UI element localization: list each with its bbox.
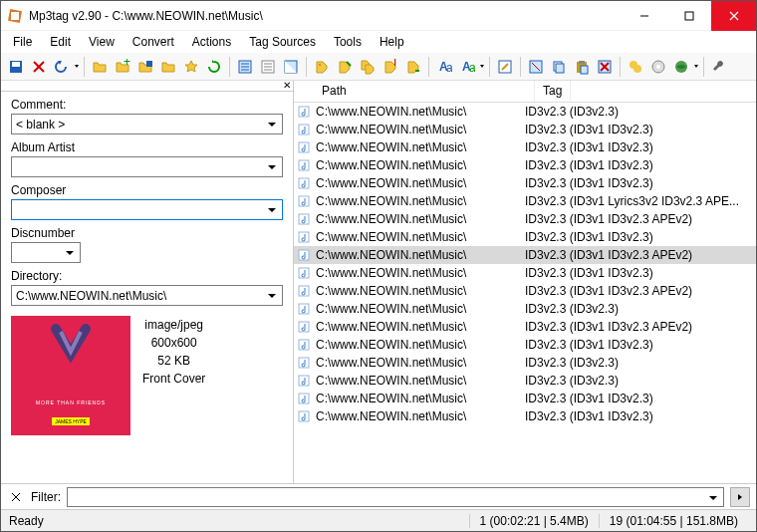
menu-view[interactable]: View xyxy=(81,33,123,51)
autonumber-icon[interactable] xyxy=(625,56,646,78)
quick-actions-icon[interactable]: Aa xyxy=(456,56,478,78)
column-tag[interactable]: Tag xyxy=(535,81,571,102)
menu-convert[interactable]: Convert xyxy=(125,33,182,51)
tag-filename-icon[interactable] xyxy=(311,56,333,78)
row-path: C:\www.NEOWIN.net\Music\ xyxy=(314,392,521,405)
filter-clear-icon[interactable] xyxy=(7,488,25,506)
music-file-icon xyxy=(294,321,314,333)
undo-icon[interactable] xyxy=(51,56,73,78)
filter-bar: Filter: xyxy=(1,483,756,509)
row-path: C:\www.NEOWIN.net\Music\ xyxy=(314,409,521,423)
actions-icon[interactable]: Aa xyxy=(433,56,455,78)
favorite-icon[interactable] xyxy=(180,56,202,78)
menu-file[interactable]: File xyxy=(5,33,40,51)
composer-combo[interactable] xyxy=(11,199,283,220)
maximize-button[interactable] xyxy=(666,1,711,31)
row-tag: ID3v2.3 (ID3v2.3) xyxy=(521,356,756,370)
cover-mime: image/jpeg xyxy=(142,316,205,334)
status-selection: 1 (00:02:21 | 5.4MB) xyxy=(469,514,599,528)
table-row[interactable]: C:\www.NEOWIN.net\Music\ ID3v2.3 (ID3v1 … xyxy=(294,121,756,138)
column-path[interactable]: Path xyxy=(314,81,535,102)
svg-rect-3 xyxy=(685,12,693,20)
table-row[interactable]: C:\www.NEOWIN.net\Music\ ID3v2.3 (ID3v1 … xyxy=(294,390,756,407)
row-path: C:\www.NEOWIN.net\Music\ xyxy=(314,356,521,370)
cover-art[interactable]: MORE THAN FRIENDS JAMES HYPE xyxy=(11,316,130,435)
row-path: C:\www.NEOWIN.net\Music\ xyxy=(314,123,521,136)
table-row[interactable]: C:\www.NEOWIN.net\Music\ ID3v2.3 (ID3v2.… xyxy=(294,354,756,372)
table-row[interactable]: C:\www.NEOWIN.net\Music\ ID3v2.3 (ID3v1 … xyxy=(294,336,756,354)
menu-tools[interactable]: Tools xyxy=(326,33,370,51)
edit-icon[interactable] xyxy=(494,56,516,78)
tag-remove-cd-icon[interactable] xyxy=(647,56,669,78)
music-file-icon xyxy=(294,410,314,422)
close-button[interactable] xyxy=(711,1,756,31)
menu-help[interactable]: Help xyxy=(372,33,412,51)
save-icon[interactable] xyxy=(5,56,27,78)
row-path: C:\www.NEOWIN.net\Music\ xyxy=(314,212,521,226)
table-row[interactable]: C:\www.NEOWIN.net\Music\ ID3v2.3 (ID3v1 … xyxy=(294,228,756,246)
paste-icon[interactable] xyxy=(571,56,593,78)
label-directory: Directory: xyxy=(11,269,283,283)
title-bar: Mp3tag v2.90 - C:\www.NEOWIN.net\Music\ xyxy=(1,1,756,31)
table-row[interactable]: C:\www.NEOWIN.net\Music\ ID3v2.3 (ID3v1 … xyxy=(294,407,756,425)
filter-apply-button[interactable] xyxy=(730,487,750,507)
panel-close-icon[interactable]: ✕ xyxy=(283,81,291,91)
row-path: C:\www.NEOWIN.net\Music\ xyxy=(314,284,521,298)
table-row[interactable]: C:\www.NEOWIN.net\Music\ ID3v2.3 (ID3v1 … xyxy=(294,174,756,192)
text-tag-icon[interactable]: T xyxy=(379,56,401,78)
cover-text-1: MORE THAN FRIENDS xyxy=(36,399,106,405)
discnumber-combo[interactable] xyxy=(11,242,81,263)
rows-container[interactable]: C:\www.NEOWIN.net\Music\ ID3v2.3 (ID3v2.… xyxy=(294,103,756,483)
svg-rect-33 xyxy=(579,61,585,64)
status-total: 19 (01:04:55 | 151.8MB) xyxy=(599,514,748,528)
cut-icon[interactable] xyxy=(525,56,547,78)
row-path: C:\www.NEOWIN.net\Music\ xyxy=(314,176,521,190)
table-row[interactable]: C:\www.NEOWIN.net\Music\ ID3v2.3 (ID3v1 … xyxy=(294,318,756,336)
table-row[interactable]: C:\www.NEOWIN.net\Music\ ID3v2.3 (ID3v1 … xyxy=(294,246,756,264)
svg-text:a: a xyxy=(469,61,475,75)
table-row[interactable]: C:\www.NEOWIN.net\Music\ ID3v2.3 (ID3v1 … xyxy=(294,138,756,156)
menu-actions[interactable]: Actions xyxy=(184,33,239,51)
tag-tag-icon[interactable] xyxy=(357,56,378,78)
table-row[interactable]: C:\www.NEOWIN.net\Music\ ID3v2.3 (ID3v1 … xyxy=(294,282,756,300)
web-sources-icon[interactable] xyxy=(670,56,692,78)
row-tag: ID3v2.3 (ID3v1 ID3v2.3) xyxy=(521,338,756,352)
open-folder-icon[interactable] xyxy=(89,56,111,78)
minimize-button[interactable] xyxy=(622,1,666,31)
menu-tagsources[interactable]: Tag Sources xyxy=(241,33,324,51)
deselect-icon[interactable] xyxy=(257,56,279,78)
directory-combo[interactable]: C:\www.NEOWIN.net\Music\ xyxy=(11,285,283,306)
music-file-icon xyxy=(294,375,314,387)
row-path: C:\www.NEOWIN.net\Music\ xyxy=(314,338,521,352)
invert-icon[interactable] xyxy=(280,56,302,78)
menu-edit[interactable]: Edit xyxy=(42,33,79,51)
row-path: C:\www.NEOWIN.net\Music\ xyxy=(314,320,521,334)
filename-tag-icon[interactable] xyxy=(334,56,356,78)
playlist-folder-icon[interactable] xyxy=(157,56,179,78)
table-row[interactable]: C:\www.NEOWIN.net\Music\ ID3v2.3 (ID3v2.… xyxy=(294,300,756,318)
table-row[interactable]: C:\www.NEOWIN.net\Music\ ID3v2.3 (ID3v1 … xyxy=(294,210,756,228)
select-all-icon[interactable] xyxy=(234,56,256,78)
table-row[interactable]: C:\www.NEOWIN.net\Music\ ID3v2.3 (ID3v1 … xyxy=(294,264,756,282)
table-row[interactable]: C:\www.NEOWIN.net\Music\ ID3v2.3 (ID3v1 … xyxy=(294,192,756,210)
albumartist-combo[interactable] xyxy=(11,156,283,177)
table-row[interactable]: C:\www.NEOWIN.net\Music\ ID3v2.3 (ID3v2.… xyxy=(294,372,756,390)
remove-tag-icon[interactable] xyxy=(594,56,616,78)
refresh-icon[interactable] xyxy=(203,56,225,78)
tag-panel: ✕ Comment: < blank > Album Artist Compos… xyxy=(1,81,294,483)
delete-icon[interactable] xyxy=(28,56,50,78)
cover-info: image/jpeg 600x600 52 KB Front Cover xyxy=(142,316,205,435)
tag-text-icon[interactable] xyxy=(402,56,424,78)
row-path: C:\www.NEOWIN.net\Music\ xyxy=(314,140,521,154)
table-row[interactable]: C:\www.NEOWIN.net\Music\ ID3v2.3 (ID3v1 … xyxy=(294,156,756,174)
filter-input[interactable] xyxy=(67,487,724,507)
save-folder-icon[interactable] xyxy=(134,56,156,78)
row-tag: ID3v2.3 (ID3v1 ID3v2.3 APEv2) xyxy=(521,248,756,262)
table-row[interactable]: C:\www.NEOWIN.net\Music\ ID3v2.3 (ID3v2.… xyxy=(294,103,756,121)
copy-icon[interactable] xyxy=(548,56,570,78)
add-folder-icon[interactable]: + xyxy=(112,56,133,78)
comment-combo[interactable]: < blank > xyxy=(11,114,283,134)
tools-icon[interactable] xyxy=(708,56,730,78)
row-tag: ID3v2.3 (ID3v1 ID3v2.3) xyxy=(521,230,756,244)
row-path: C:\www.NEOWIN.net\Music\ xyxy=(314,194,521,208)
